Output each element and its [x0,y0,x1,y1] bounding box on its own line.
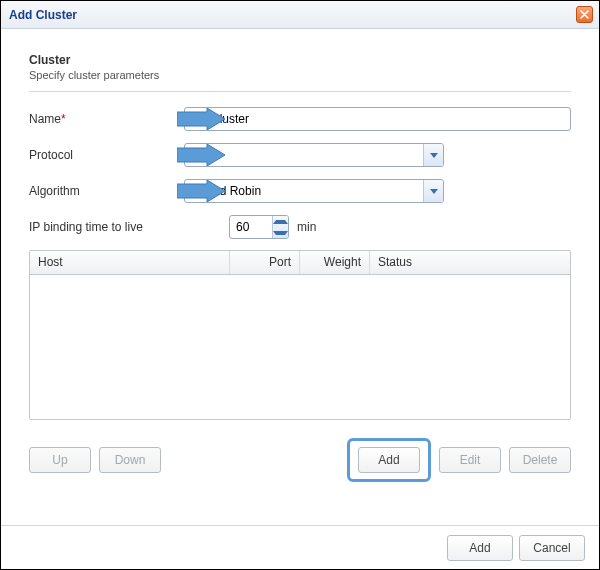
table-add-button[interactable]: Add [358,447,420,473]
row-protocol: Protocol [29,142,571,168]
section-subheading: Specify cluster parameters [29,69,571,81]
row-algorithm: Algorithm [29,178,571,204]
hosts-table: Host Port Weight Status [29,250,571,420]
name-label: Name* [29,112,184,126]
row-ttl: IP binding time to live min [29,214,571,240]
section-heading: Cluster [29,53,571,67]
close-icon [580,10,589,19]
table-header: Host Port Weight Status [30,251,570,275]
titlebar: Add Cluster [1,1,599,29]
chevron-up-icon [273,220,288,224]
add-button-highlight: Add [347,438,431,482]
table-body [30,275,570,419]
algorithm-select[interactable] [184,179,444,203]
protocol-label: Protocol [29,148,184,162]
protocol-select[interactable] [184,143,444,167]
dialog-footer: Add Cancel [1,525,599,569]
add-cluster-dialog: Add Cluster Cluster Specify cluster para… [0,0,600,570]
close-button[interactable] [576,6,593,23]
delete-button[interactable]: Delete [509,447,571,473]
chevron-down-icon [430,189,438,194]
col-host[interactable]: Host [30,251,230,274]
down-button[interactable]: Down [99,447,161,473]
ttl-unit: min [297,220,316,234]
algorithm-label: Algorithm [29,184,184,198]
footer-add-button[interactable]: Add [447,535,513,561]
divider [29,91,571,92]
ttl-spinner-buttons [272,216,288,238]
up-button[interactable]: Up [29,447,91,473]
name-input[interactable] [184,107,571,131]
col-status[interactable]: Status [370,251,570,274]
col-port[interactable]: Port [230,251,300,274]
protocol-dropdown-button[interactable] [423,144,443,166]
ttl-down-button[interactable] [273,227,288,238]
row-name: Name* [29,106,571,132]
chevron-down-icon [273,231,288,235]
algorithm-value[interactable] [184,179,444,203]
chevron-down-icon [430,153,438,158]
dialog-title: Add Cluster [9,8,77,22]
table-buttons: Up Down Add Edit Delete [29,438,571,482]
ttl-up-button[interactable] [273,216,288,227]
edit-button[interactable]: Edit [439,447,501,473]
protocol-value[interactable] [184,143,444,167]
col-weight[interactable]: Weight [300,251,370,274]
footer-cancel-button[interactable]: Cancel [519,535,585,561]
ttl-spinner[interactable] [229,215,289,239]
algorithm-dropdown-button[interactable] [423,180,443,202]
ttl-label: IP binding time to live [29,220,229,234]
dialog-content: Cluster Specify cluster parameters Name*… [1,29,599,482]
